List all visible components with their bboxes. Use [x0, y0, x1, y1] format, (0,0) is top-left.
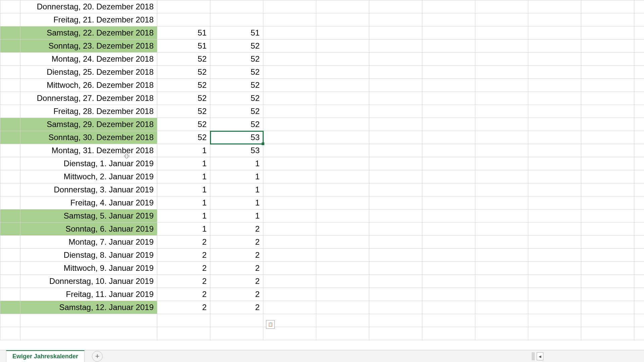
empty-cell[interactable]	[316, 209, 369, 223]
date-cell[interactable]: Montag, 31. Dezember 2018	[20, 144, 157, 157]
scroll-separator[interactable]	[532, 352, 535, 360]
empty-cell[interactable]	[475, 0, 528, 13]
empty-cell[interactable]	[634, 118, 644, 131]
week-number-cell-c[interactable]	[210, 0, 263, 13]
empty-cell[interactable]	[475, 118, 528, 131]
date-cell[interactable]: Samstag, 5. Januar 2019	[20, 209, 157, 223]
empty-cell[interactable]	[475, 157, 528, 170]
week-number-cell-b[interactable]: 1	[157, 170, 210, 183]
empty-cell[interactable]	[316, 13, 369, 26]
date-cell[interactable]: Sonntag, 6. Januar 2019	[20, 223, 157, 236]
row-header-cell[interactable]	[0, 223, 20, 236]
empty-cell[interactable]	[581, 105, 634, 118]
empty-cell[interactable]	[422, 288, 475, 301]
empty-cell[interactable]	[369, 144, 422, 157]
week-number-cell-b[interactable]: 51	[157, 26, 210, 40]
empty-cell[interactable]	[369, 118, 422, 131]
empty-cell[interactable]	[581, 79, 634, 92]
sheet-tab-active[interactable]: Ewiger Jahreskalender	[6, 350, 85, 362]
empty-cell[interactable]	[634, 131, 644, 144]
empty-cell[interactable]	[316, 183, 369, 196]
week-number-cell-b[interactable]: 52	[157, 92, 210, 105]
row-header-cell[interactable]	[0, 13, 20, 26]
empty-cell[interactable]	[475, 275, 528, 288]
empty-cell[interactable]	[316, 26, 369, 40]
empty-cell[interactable]	[369, 275, 422, 288]
empty-cell[interactable]	[369, 26, 422, 40]
empty-cell[interactable]	[475, 53, 528, 66]
empty-cell[interactable]	[634, 79, 644, 92]
selection-fill-handle[interactable]	[262, 142, 264, 145]
week-number-cell-b[interactable]: 1	[157, 196, 210, 209]
empty-cell[interactable]	[634, 236, 644, 249]
empty-cell[interactable]	[475, 183, 528, 196]
date-cell[interactable]: Sonntag, 30. Dezember 2018	[20, 131, 157, 144]
empty-cell[interactable]	[422, 223, 475, 236]
empty-cell[interactable]	[634, 170, 644, 183]
empty-cell[interactable]	[263, 131, 316, 144]
empty-cell[interactable]	[581, 209, 634, 223]
empty-cell[interactable]	[316, 170, 369, 183]
empty-cell[interactable]	[422, 262, 475, 275]
week-number-cell-c[interactable]: 2	[210, 288, 263, 301]
empty-cell[interactable]	[528, 301, 581, 314]
empty-cell[interactable]	[369, 79, 422, 92]
date-cell[interactable]: Freitag, 4. Januar 2019	[20, 196, 157, 209]
empty-cell[interactable]	[528, 144, 581, 157]
row-header-cell[interactable]	[0, 66, 20, 79]
week-number-cell-c[interactable]: 53	[210, 144, 263, 157]
empty-cell[interactable]	[422, 0, 475, 13]
empty-cell[interactable]	[634, 301, 644, 314]
empty-cell[interactable]	[422, 66, 475, 79]
empty-cell[interactable]	[422, 118, 475, 131]
empty-cell[interactable]	[422, 105, 475, 118]
empty-cell[interactable]	[634, 314, 644, 327]
empty-cell[interactable]	[634, 105, 644, 118]
row-header-cell[interactable]	[0, 92, 20, 105]
empty-cell[interactable]	[263, 262, 316, 275]
empty-cell[interactable]	[528, 131, 581, 144]
empty-cell[interactable]	[528, 327, 581, 340]
empty-cell[interactable]	[475, 327, 528, 340]
empty-cell[interactable]	[316, 249, 369, 262]
date-cell[interactable]: Freitag, 21. Dezember 2018	[20, 13, 157, 26]
date-cell[interactable]: Mittwoch, 26. Dezember 2018	[20, 79, 157, 92]
empty-cell[interactable]	[369, 209, 422, 223]
empty-cell[interactable]	[316, 275, 369, 288]
row-header-cell[interactable]	[0, 40, 20, 53]
week-number-cell-b[interactable]: 1	[157, 223, 210, 236]
empty-cell[interactable]	[316, 236, 369, 249]
empty-cell[interactable]	[475, 209, 528, 223]
empty-cell[interactable]	[263, 183, 316, 196]
empty-cell[interactable]	[369, 196, 422, 209]
empty-cell[interactable]	[316, 53, 369, 66]
date-cell[interactable]: Donnerstag, 10. Januar 2019	[20, 275, 157, 288]
empty-cell[interactable]	[369, 262, 422, 275]
empty-cell[interactable]	[475, 301, 528, 314]
empty-cell[interactable]	[475, 105, 528, 118]
empty-cell[interactable]	[528, 53, 581, 66]
empty-cell[interactable]	[422, 183, 475, 196]
empty-cell[interactable]	[634, 92, 644, 105]
empty-cell[interactable]	[528, 249, 581, 262]
empty-cell[interactable]	[422, 301, 475, 314]
empty-cell[interactable]	[634, 157, 644, 170]
empty-cell[interactable]	[369, 105, 422, 118]
empty-cell[interactable]	[316, 92, 369, 105]
week-number-cell-b[interactable]	[157, 314, 210, 327]
empty-cell[interactable]	[581, 183, 634, 196]
week-number-cell-b[interactable]: 2	[157, 275, 210, 288]
week-number-cell-b[interactable]: 2	[157, 236, 210, 249]
empty-cell[interactable]	[475, 92, 528, 105]
empty-cell[interactable]	[422, 275, 475, 288]
empty-cell[interactable]	[528, 157, 581, 170]
empty-cell[interactable]	[634, 249, 644, 262]
empty-cell[interactable]	[422, 79, 475, 92]
date-cell[interactable]: Freitag, 11. Januar 2019	[20, 288, 157, 301]
empty-cell[interactable]	[634, 196, 644, 209]
empty-cell[interactable]	[369, 288, 422, 301]
row-header-cell[interactable]	[0, 236, 20, 249]
empty-cell[interactable]	[528, 209, 581, 223]
empty-cell[interactable]	[263, 327, 316, 340]
row-header-cell[interactable]	[0, 144, 20, 157]
